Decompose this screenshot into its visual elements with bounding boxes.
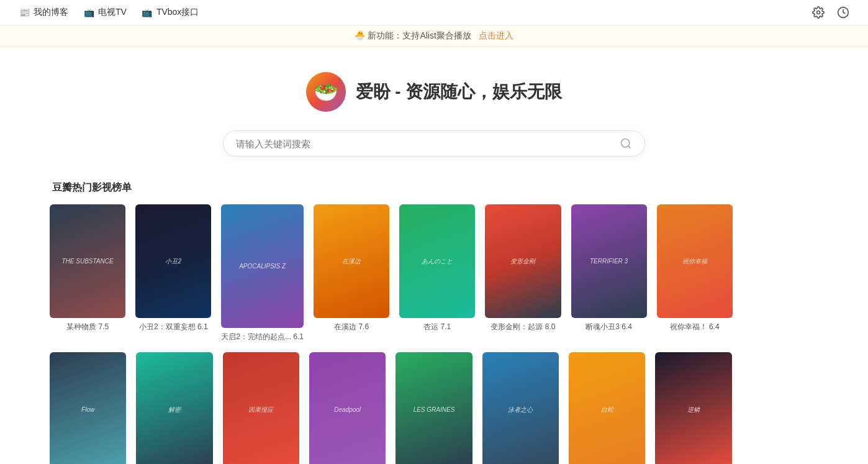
poster-content: APOCALIPSIS Z [221, 204, 304, 328]
movie-card[interactable]: TERRIFIER 3 断魂小丑3 6.4 [571, 204, 647, 342]
movie-grid-row1: THE SUBSTANCE 某种物质 7.5 小丑2 小丑2：双重妄想 6.1 … [50, 204, 818, 342]
search-button[interactable] [620, 137, 632, 150]
movie-card[interactable]: LES GRAINES 神圣无花果之种 7.7 [396, 352, 472, 464]
movie-card[interactable]: APOCALIPSIS Z 天启2：完结的起点... 6.1 [221, 204, 304, 342]
blog-icon: 📰 [19, 7, 30, 18]
svg-point-2 [622, 139, 630, 147]
navbar: 📰 我的博客 📺 电视TV 📺 TVbox接口 [0, 0, 868, 25]
movie-card[interactable]: 因果报应 因果报应 8.6 [223, 352, 299, 464]
movie-poster: 逆鳞 [655, 352, 731, 464]
movie-card[interactable]: 在溪边 在溪边 7.6 [314, 204, 389, 342]
movie-poster: あんのこと [399, 204, 475, 318]
announcement-banner: 🐣 新功能：支持Alist聚合播放 点击进入 [0, 25, 868, 47]
movie-card[interactable]: 小丑2 小丑2：双重妄想 6.1 [135, 204, 211, 342]
movie-poster: 变形金刚 [485, 204, 561, 318]
poster-content: 因果报应 [223, 352, 299, 464]
hero-logo: 🥗 爱盼 - 资源随心，娱乐无限 [306, 72, 563, 112]
tvbox-icon: 📺 [142, 7, 153, 18]
banner-text: 新功能：支持Alist聚合播放 [368, 30, 471, 40]
movie-poster: TERRIFIER 3 [571, 204, 647, 318]
movie-card[interactable]: 祝你幸福 祝你幸福！ 6.4 [657, 204, 733, 342]
poster-content: 解密 [136, 352, 212, 464]
movie-card[interactable]: あんのこと 杏运 7.1 [399, 204, 475, 342]
movie-card[interactable]: 逆鳞 逆鳞 5.3 [655, 352, 731, 464]
nav-tv-label: 电视TV [98, 7, 127, 18]
nav-tvbox[interactable]: 📺 TVbox接口 [142, 7, 199, 18]
douban-section: 豆瓣热门影视榜单 THE SUBSTANCE 某种物质 7.5 小丑2 小丑2：… [0, 175, 868, 464]
poster-content: Flow [50, 352, 126, 464]
poster-content: あんのこと [399, 204, 475, 318]
nav-blog-label: 我的博客 [34, 7, 68, 18]
poster-content: 变形金刚 [485, 204, 561, 318]
poster-content: 逆鳞 [655, 352, 731, 464]
svg-line-3 [628, 146, 631, 148]
movie-title-rating: 某种物质 7.5 [50, 322, 125, 332]
tv-icon: 📺 [83, 7, 94, 18]
poster-content: 白蛇 [569, 352, 645, 464]
movie-poster: 祝你幸福 [657, 204, 733, 318]
movie-poster: 小丑2 [135, 204, 211, 318]
movie-poster: 白蛇 [569, 352, 645, 464]
movie-poster: 解密 [136, 352, 212, 464]
nav-actions [812, 6, 849, 19]
movie-card[interactable]: 变形金刚 变形金刚：起源 8.0 [485, 204, 561, 342]
movie-poster: 因果报应 [223, 352, 299, 464]
poster-content: THE SUBSTANCE [50, 204, 125, 318]
banner-link[interactable]: 点击进入 [479, 30, 513, 40]
hero-section: 🥗 爱盼 - 资源随心，娱乐无限 [0, 47, 868, 175]
movie-title-rating: 杏运 7.1 [399, 322, 475, 332]
search-input[interactable] [236, 139, 620, 149]
movie-poster: LES GRAINES [396, 352, 472, 464]
user-button[interactable] [837, 6, 849, 19]
movie-title-rating: 变形金刚：起源 8.0 [485, 322, 561, 332]
nav-tv[interactable]: 📺 电视TV [83, 7, 127, 18]
poster-content: 泳者之心 [482, 352, 559, 464]
movie-card[interactable]: 解密 解密 6.1 [136, 352, 212, 464]
nav-blog[interactable]: 📰 我的博客 [19, 7, 68, 18]
movie-title-rating: 断魂小丑3 6.4 [571, 322, 647, 332]
movie-poster: THE SUBSTANCE [50, 204, 125, 318]
poster-content: 小丑2 [135, 204, 211, 318]
movie-poster: 在溪边 [314, 204, 389, 318]
svg-point-0 [817, 11, 820, 14]
app-logo-icon: 🥗 [306, 72, 346, 112]
poster-content: 在溪边 [314, 204, 389, 318]
search-container [223, 130, 645, 157]
movie-title-rating: 天启2：完结的起点... 6.1 [221, 332, 304, 342]
movie-card[interactable]: 泳者之心 泳者之心 9.0 [482, 352, 559, 464]
movie-title-rating: 小丑2：双重妄想 6.1 [135, 322, 211, 332]
movie-card[interactable]: THE SUBSTANCE 某种物质 7.5 [50, 204, 125, 342]
poster-content: 祝你幸福 [657, 204, 733, 318]
movie-card[interactable]: Flow 猫猫的奇幻漂流 8.4 [50, 352, 126, 464]
poster-content: TERRIFIER 3 [571, 204, 647, 318]
movie-card[interactable]: Deadpool 死侍与金刚狼 6.9 [309, 352, 386, 464]
banner-emoji: 🐣 [355, 30, 365, 40]
movie-poster: APOCALIPSIS Z [221, 204, 304, 328]
movie-poster: Flow [50, 352, 126, 464]
movie-title-rating: 祝你幸福！ 6.4 [657, 322, 733, 332]
poster-content: LES GRAINES [396, 352, 472, 464]
section-title: 豆瓣热门影视榜单 [50, 181, 818, 194]
movie-grid-row2: Flow 猫猫的奇幻漂流 8.4 解密 解密 6.1 因果报应 因果报应 8.6 [50, 352, 818, 464]
app-title: 爱盼 - 资源随心，娱乐无限 [356, 80, 563, 104]
movie-card[interactable]: 白蛇 白蛇：浮生 7.0 [569, 352, 645, 464]
settings-button[interactable] [812, 6, 825, 19]
movie-poster: Deadpool [309, 352, 386, 464]
poster-content: Deadpool [309, 352, 386, 464]
movie-poster: 泳者之心 [482, 352, 559, 464]
nav-tvbox-label: TVbox接口 [156, 7, 199, 18]
movie-title-rating: 在溪边 7.6 [314, 322, 389, 332]
